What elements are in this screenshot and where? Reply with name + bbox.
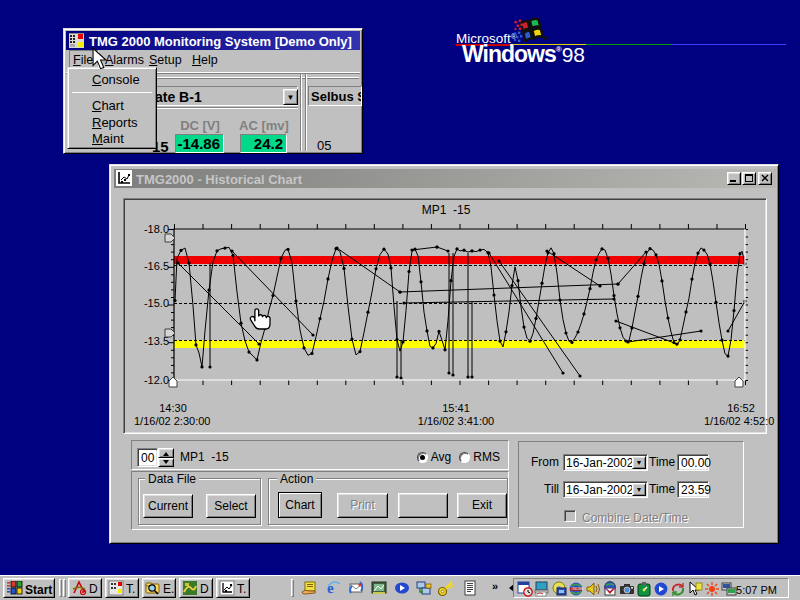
svg-text:16:52: 16:52	[727, 402, 755, 414]
svg-text:-12.0: -12.0	[144, 374, 169, 386]
svg-text:ONLINE: ONLINE	[571, 587, 583, 591]
svg-text:MP1 -15: MP1 -15	[422, 203, 471, 217]
svg-text:1/16/02 3:41:00: 1/16/02 3:41:00	[418, 415, 494, 427]
svg-text:1/16/02 4:52:0: 1/16/02 4:52:0	[704, 415, 774, 427]
svg-text:-15.0: -15.0	[144, 297, 169, 309]
svg-text:-18.0: -18.0	[144, 223, 169, 235]
svg-text:1/16/02 2:30:00: 1/16/02 2:30:00	[134, 415, 210, 427]
svg-text:15:41: 15:41	[442, 402, 470, 414]
svg-text:-16.5: -16.5	[144, 260, 169, 272]
svg-text:14:30: 14:30	[159, 402, 187, 414]
